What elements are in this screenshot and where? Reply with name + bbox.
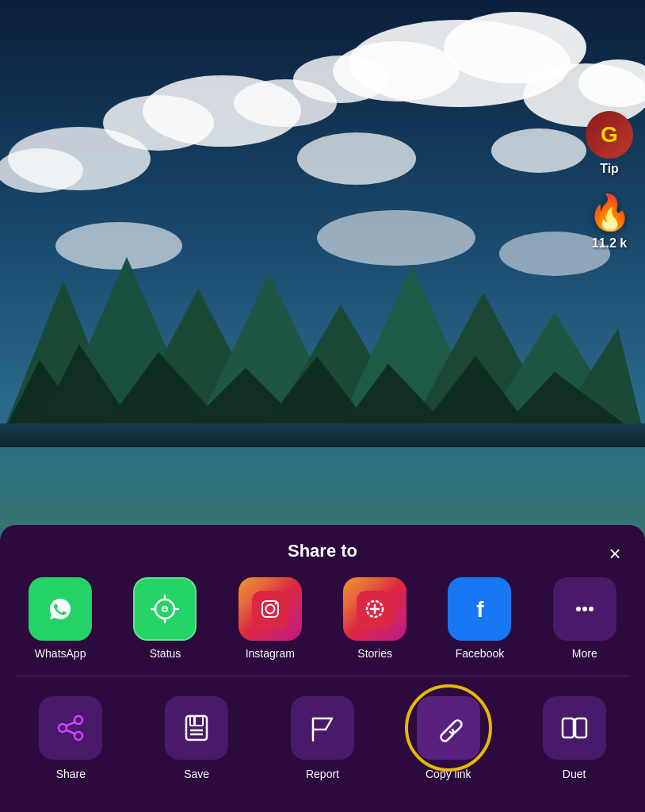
- stories-label: Stories: [357, 647, 392, 660]
- svg-point-56: [74, 716, 82, 724]
- app-item-stories[interactable]: Stories: [335, 577, 414, 660]
- svg-rect-42: [252, 591, 288, 627]
- divider: [16, 676, 629, 676]
- action-row: Share Save Repo: [0, 696, 645, 788]
- app-item-more[interactable]: More: [545, 577, 624, 660]
- app-item-instagram[interactable]: Instagram: [231, 577, 310, 660]
- svg-rect-61: [186, 716, 207, 740]
- duet-label: Duet: [563, 768, 586, 780]
- instagram-icon: [239, 577, 302, 641]
- svg-rect-69: [575, 718, 586, 737]
- share-sheet: Share to × WhatsApp: [0, 525, 645, 812]
- flame-icon: 🔥: [588, 192, 632, 233]
- tip-icon: G: [586, 111, 633, 159]
- tip-button[interactable]: G Tip: [586, 111, 633, 176]
- svg-text:+: +: [162, 604, 167, 614]
- app-item-status[interactable]: + Status: [125, 577, 204, 660]
- svg-point-45: [274, 603, 277, 605]
- instagram-label: Instagram: [246, 647, 295, 660]
- svg-rect-62: [190, 716, 203, 726]
- svg-text:f: f: [477, 597, 485, 622]
- facebook-label: Facebook: [456, 647, 504, 660]
- svg-point-57: [59, 724, 67, 732]
- status-icon: +: [133, 577, 197, 641]
- whatsapp-icon: [29, 577, 92, 641]
- more-label: More: [572, 647, 597, 660]
- svg-line-59: [67, 722, 74, 726]
- report-label: Report: [306, 768, 339, 780]
- action-item-duet[interactable]: Duet: [535, 696, 614, 780]
- close-button[interactable]: ×: [601, 539, 629, 568]
- svg-point-58: [74, 732, 82, 740]
- action-item-copy-link[interactable]: Copy link: [409, 696, 488, 780]
- svg-point-11: [297, 132, 416, 185]
- share-title: Share to: [288, 541, 357, 561]
- app-row: WhatsApp + Status: [0, 577, 645, 676]
- app-item-whatsapp[interactable]: WhatsApp: [21, 577, 100, 660]
- mountains-svg: [0, 217, 645, 439]
- flame-button[interactable]: 🔥 11.2 k: [588, 192, 632, 251]
- svg-rect-63: [193, 716, 196, 726]
- action-item-share[interactable]: Share: [31, 696, 110, 780]
- report-icon: [291, 696, 354, 760]
- side-buttons: G Tip 🔥 11.2 k: [586, 111, 633, 251]
- app-item-facebook[interactable]: f Facebook: [440, 577, 519, 660]
- svg-point-53: [576, 607, 581, 611]
- svg-line-67: [445, 725, 452, 731]
- status-label: Status: [150, 647, 181, 660]
- ground: [0, 423, 645, 447]
- whatsapp-label: WhatsApp: [35, 647, 86, 660]
- share-action-label: Share: [56, 768, 86, 780]
- action-item-report[interactable]: Report: [283, 696, 362, 780]
- action-item-save[interactable]: Save: [157, 696, 236, 780]
- flame-count: 11.2 k: [592, 236, 627, 251]
- svg-point-55: [589, 607, 593, 611]
- save-icon: [165, 696, 228, 760]
- svg-point-8: [234, 79, 337, 127]
- copy-link-icon: [417, 696, 480, 760]
- share-header: Share to ×: [0, 541, 645, 577]
- save-label: Save: [184, 768, 209, 780]
- svg-rect-68: [563, 718, 574, 737]
- share-action-icon: [39, 696, 102, 760]
- tip-label: Tip: [600, 162, 619, 176]
- svg-line-60: [67, 730, 74, 733]
- facebook-icon: f: [448, 577, 511, 641]
- duet-icon: [543, 696, 606, 760]
- more-icon: [553, 577, 616, 641]
- svg-point-54: [582, 607, 587, 611]
- svg-point-12: [491, 128, 586, 173]
- copy-link-label: Copy link: [426, 768, 471, 780]
- stories-icon: [343, 577, 406, 641]
- svg-point-10: [0, 148, 83, 193]
